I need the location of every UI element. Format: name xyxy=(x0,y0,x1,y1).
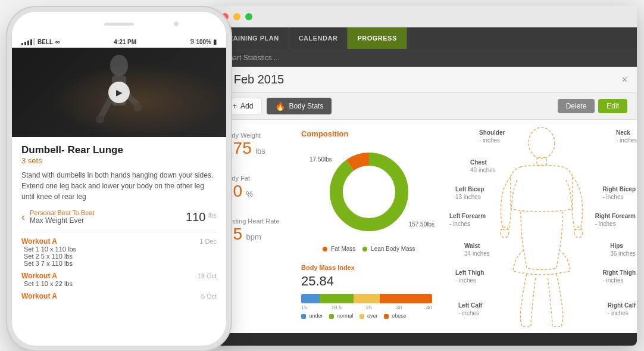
bmi-obese: obese xyxy=(384,313,407,319)
bmi-legend: under normal over obese xyxy=(301,313,437,319)
log-set: Set 3 7 x 110 lbs xyxy=(21,260,217,267)
pb-title: Personal Best To Beat xyxy=(30,209,181,216)
bmi-obese-dot xyxy=(384,314,389,319)
pb-subtitle: Max Weight Ever xyxy=(30,216,181,225)
bmi-normal: normal xyxy=(329,313,354,319)
log-date: 5 Oct xyxy=(201,293,217,300)
panel-subheader: Chart Statistics ... xyxy=(214,49,637,67)
body-weight-block: Body Weight 175 lbs xyxy=(224,132,282,157)
fat-dot xyxy=(323,247,327,251)
donut-legend: Fat Mass Lean Body Mass xyxy=(301,246,437,252)
legend-fat: Fat Mass xyxy=(323,246,355,252)
log-workout-name: Workout A xyxy=(21,237,57,246)
chest-measurement: Chest 40 inches xyxy=(470,159,496,174)
body-weight-value-row: 175 lbs xyxy=(224,140,282,157)
nav-tabs: TRAINING PLAN CALENDAR PROGRESS xyxy=(214,27,407,49)
workout-description: Stand with dumbells in both hands hangin… xyxy=(21,170,217,202)
delete-button[interactable]: Delete xyxy=(558,99,595,113)
composition-donut: 17.50lbs 157.50lbs xyxy=(321,144,417,240)
carrier-signal: BELL ∞ xyxy=(21,38,60,45)
svg-point-4 xyxy=(96,115,104,123)
personal-best-section: ‹ Personal Best To Beat Max Weight Ever … xyxy=(21,209,217,225)
panel-date: 8 Feb 2015 xyxy=(224,73,284,86)
body-fat-unit: % xyxy=(246,190,254,198)
tab-body-stats[interactable]: 🔥 Body Stats xyxy=(267,98,332,114)
log-set: Set 1 10 x 22 lbs xyxy=(21,280,217,287)
maximize-window-button[interactable] xyxy=(245,13,252,20)
svg-point-6 xyxy=(336,159,402,225)
workout-exercise-name: Dumbell- Rear Lunge xyxy=(21,144,217,156)
phone-statusbar: BELL ∞ 4:21 PM ℬ 100% ▮ xyxy=(12,36,226,48)
bmi-bar xyxy=(301,294,432,303)
battery-icon: ▮ xyxy=(213,38,217,46)
log-entry: Workout A 19 Oct Set 1 10 x 22 lbs xyxy=(21,272,217,287)
bmi-normal-dot xyxy=(329,314,334,319)
body-weight-value: 175 xyxy=(224,139,252,157)
panel-close-button[interactable]: × xyxy=(622,74,627,85)
bmi-scale-15: 15 xyxy=(301,305,307,310)
body-diagram: Shoulder - inches Neck - inches Chest 40… xyxy=(446,126,637,327)
body-weight-label: Body Weight xyxy=(224,132,282,139)
left-calf-measurement: Left Calf - inches xyxy=(458,302,482,317)
body-fat-value-row: 10 % xyxy=(224,183,282,200)
panel-body: Body Weight 175 lbs Body Fat 10 % Restin… xyxy=(214,120,637,333)
heart-rate-unit: bpm xyxy=(246,232,261,241)
log-entry-header: Workout A 1 Dec xyxy=(21,237,217,246)
body-silhouette-svg xyxy=(488,125,595,328)
bmi-segment-over xyxy=(354,294,380,303)
heart-rate-label: Resting Heart Rate xyxy=(224,218,282,225)
heart-rate-value-row: 75 bpm xyxy=(224,226,282,243)
browser-content: Chart Statistics ... 8 Feb 2015 × + Add … xyxy=(214,49,637,346)
bmi-segment-under xyxy=(301,294,320,303)
fire-icon: 🔥 xyxy=(275,101,285,111)
play-button[interactable]: ▶ xyxy=(108,82,130,103)
log-set: Set 1 10 x 110 lbs xyxy=(21,246,217,253)
phone-mockup: BELL ∞ 4:21 PM ℬ 100% ▮ ▶ Dumbell- Rear … xyxy=(12,12,226,346)
stats-center-column: Composition 17.50lbs 157.50lbs xyxy=(292,120,446,333)
heart-rate-value: 75 xyxy=(224,225,242,243)
bmi-section: Body Mass Index 25.84 15 18.5 25 30 40 xyxy=(301,264,437,319)
shoulder-measurement: Shoulder - inches xyxy=(479,129,505,144)
plus-icon: + xyxy=(233,102,237,110)
chevron-left-icon[interactable]: ‹ xyxy=(21,211,25,223)
tab-calendar[interactable]: CALENDAR xyxy=(289,27,348,49)
svg-point-10 xyxy=(501,227,509,238)
browser-titlebar xyxy=(214,6,637,27)
carrier-label: BELL xyxy=(37,39,53,45)
tab-add-label: Add xyxy=(240,102,253,110)
svg-point-11 xyxy=(574,227,583,238)
edit-button[interactable]: Edit xyxy=(598,99,627,113)
right-calf-measurement: Right Calf - inches xyxy=(608,302,636,317)
panel-tabs-row: + Add 🔥 Body Stats Delete Edit xyxy=(214,93,637,120)
log-set: Set 2 5 x 110 lbs xyxy=(21,253,217,260)
bmi-segment-normal xyxy=(320,294,354,303)
svg-point-8 xyxy=(529,128,555,159)
donut-svg xyxy=(321,144,417,240)
tab-body-stats-label: Body Stats xyxy=(289,102,323,110)
right-forearm-measurement: Right Forearm - inches xyxy=(595,212,636,228)
waist-measurement: Waist 34 inches xyxy=(464,242,490,257)
tab-progress[interactable]: PROGRESS xyxy=(348,27,407,49)
battery-area: ℬ 100% ▮ xyxy=(190,38,217,46)
bmi-over: over xyxy=(359,313,378,319)
log-workout-name: Workout A xyxy=(21,272,57,280)
panel-subtitle: Chart Statistics ... xyxy=(224,54,280,62)
right-bicep-measurement: Right Bicep - inches xyxy=(602,185,636,201)
panel-title-bar: 8 Feb 2015 × xyxy=(214,67,637,93)
bmi-under: under xyxy=(301,313,323,319)
bmi-scale-25: 25 xyxy=(366,305,372,310)
tab-add[interactable]: + Add xyxy=(224,98,262,114)
bmi-scale-40: 40 xyxy=(426,305,432,310)
bmi-under-dot xyxy=(301,314,306,319)
minimize-window-button[interactable] xyxy=(233,13,240,20)
bluetooth-icon: ℬ xyxy=(190,39,194,45)
neck-measurement: Neck - inches xyxy=(616,129,637,144)
bmi-segment-obese xyxy=(380,294,432,303)
hips-measurement: Hips 36 inches xyxy=(610,242,636,257)
bmi-scale: 15 18.5 25 30 40 xyxy=(301,305,432,310)
left-bicep-measurement: Left Bicep 13 inches xyxy=(455,185,484,201)
legend-lean: Lean Body Mass xyxy=(362,246,415,252)
body-fat-value: 10 xyxy=(224,182,242,200)
bmi-over-dot xyxy=(359,314,364,319)
body-fat-label: Body Fat xyxy=(224,175,282,182)
